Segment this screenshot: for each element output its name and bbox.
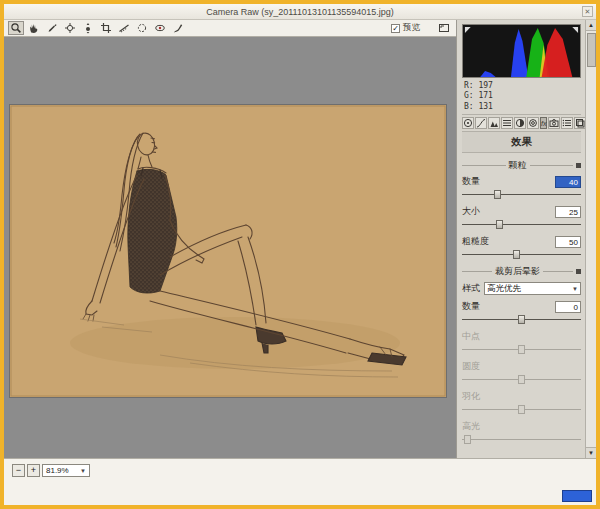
vignette-style-label: 样式 xyxy=(462,282,480,295)
zoom-icon xyxy=(10,22,22,34)
grain-roughness-value[interactable]: 50 xyxy=(555,236,581,248)
tab-hsl-grayscale[interactable] xyxy=(501,117,513,129)
vignette-style-value: 高光优先 xyxy=(487,283,521,295)
adjustments-panel: R: 197 G: 171 B: 131 fx 效果 xyxy=(456,20,596,458)
vignette-amount-value[interactable]: 0 xyxy=(555,301,581,313)
slider-handle[interactable] xyxy=(494,190,501,199)
scroll-down-icon[interactable]: ▼ xyxy=(586,447,597,458)
grain-section-header: 颗粒 xyxy=(462,159,581,172)
adjustment-brush-tool-button[interactable] xyxy=(170,21,186,35)
preview-label: 预览 xyxy=(403,22,420,34)
vignette-roundness-slider xyxy=(462,375,581,384)
slider-handle[interactable] xyxy=(496,220,503,229)
vignette-amount-slider[interactable] xyxy=(462,315,581,324)
red-eye-removal-tool-button[interactable] xyxy=(152,21,168,35)
color-sampler-tool-button[interactable] xyxy=(62,21,78,35)
brush-icon xyxy=(172,22,184,34)
vignette-highlights-label: 高光 xyxy=(462,420,480,433)
blue-button-fragment[interactable] xyxy=(562,490,592,502)
zoom-level-value: 81.9% xyxy=(46,466,69,475)
slider-handle xyxy=(464,435,471,444)
preview-image[interactable] xyxy=(10,105,446,397)
red-eye-icon xyxy=(154,22,166,34)
sketch-woman-drawing xyxy=(10,105,446,397)
grain-size-label: 大小 xyxy=(462,205,480,218)
fx-glyph: fx xyxy=(541,120,546,127)
preview-area xyxy=(4,37,456,458)
readout-red: R: 197 xyxy=(464,81,579,91)
slider-handle[interactable] xyxy=(513,250,520,259)
slider-handle xyxy=(518,405,525,414)
grain-amount-slider[interactable] xyxy=(462,190,581,199)
vignette-roundness-row: 圆度 xyxy=(462,360,581,384)
vignette-header-label: 裁剪后晕影 xyxy=(495,265,540,278)
grain-size-value[interactable]: 25 xyxy=(555,206,581,218)
hand-icon xyxy=(28,22,40,34)
window-title: Camera Raw (sy_20111013101135594015.jpg) xyxy=(206,7,394,17)
scroll-up-icon[interactable]: ▲ xyxy=(586,20,597,31)
fullscreen-icon xyxy=(438,22,450,34)
grain-amount-label: 数量 xyxy=(462,175,480,188)
close-button[interactable]: ✕ xyxy=(582,6,593,17)
section-toggle-icon[interactable] xyxy=(576,163,581,168)
vignette-section-header: 裁剪后晕影 xyxy=(462,265,581,278)
dropdown-arrow-icon: ▼ xyxy=(572,286,578,292)
crop-tool-button[interactable] xyxy=(98,21,114,35)
grain-roughness-slider[interactable] xyxy=(462,250,581,259)
tab-effects[interactable]: fx xyxy=(540,117,547,129)
grain-amount-row: 数量 40 xyxy=(462,175,581,199)
white-balance-tool-button[interactable] xyxy=(44,21,60,35)
preview-checkbox[interactable]: ✓ 预览 xyxy=(391,22,420,34)
tab-basic[interactable] xyxy=(462,117,474,129)
vignette-midpoint-label: 中点 xyxy=(462,330,480,343)
panel-scrollbar[interactable]: ▲ ▼ xyxy=(585,20,596,458)
zoom-level-select[interactable]: 81.9% ▼ xyxy=(42,464,90,477)
tab-lens-corrections[interactable] xyxy=(527,117,539,129)
panel-title: 效果 xyxy=(462,132,581,153)
bottom-bar: − + 81.9% ▼ xyxy=(4,458,596,505)
hand-tool-button[interactable] xyxy=(26,21,42,35)
titlebar: Camera Raw (sy_20111013101135594015.jpg)… xyxy=(4,4,596,20)
slider-handle[interactable] xyxy=(518,315,525,324)
rgb-readout: R: 197 G: 171 B: 131 xyxy=(462,78,581,114)
vignette-amount-row: 数量 0 xyxy=(462,300,581,324)
vignette-highlights-slider xyxy=(462,435,581,444)
color-sampler-icon xyxy=(64,22,76,34)
spot-removal-icon xyxy=(136,22,148,34)
grain-header-label: 颗粒 xyxy=(509,159,527,172)
vignette-amount-label: 数量 xyxy=(462,300,480,313)
straighten-tool-button[interactable] xyxy=(116,21,132,35)
vignette-feather-slider xyxy=(462,405,581,414)
targeted-adjustment-icon xyxy=(82,22,94,34)
zoom-tool-button[interactable] xyxy=(8,21,24,35)
tab-split-toning[interactable] xyxy=(514,117,526,129)
vignette-feather-label: 羽化 xyxy=(462,390,480,403)
fullscreen-toggle-button[interactable] xyxy=(436,21,452,35)
zoom-in-button[interactable]: + xyxy=(27,464,40,477)
grain-roughness-row: 粗糙度 50 xyxy=(462,235,581,259)
vignette-midpoint-slider xyxy=(462,345,581,354)
tab-presets[interactable] xyxy=(561,117,573,129)
zoom-out-button[interactable]: − xyxy=(12,464,25,477)
slider-handle xyxy=(518,345,525,354)
grain-size-slider[interactable] xyxy=(462,220,581,229)
readout-blue: B: 131 xyxy=(464,102,579,112)
scrollbar-thumb[interactable] xyxy=(587,33,596,67)
readout-green: G: 171 xyxy=(464,91,579,101)
straighten-icon xyxy=(118,22,130,34)
grain-size-row: 大小 25 xyxy=(462,205,581,229)
section-toggle-icon[interactable] xyxy=(576,269,581,274)
tab-camera-calibration[interactable] xyxy=(548,117,560,129)
dropdown-arrow-icon: ▼ xyxy=(80,468,86,474)
vignette-style-select[interactable]: 高光优先 ▼ xyxy=(484,282,581,295)
zoom-controls: − + 81.9% ▼ xyxy=(12,464,90,477)
targeted-adjustment-tool-button[interactable] xyxy=(80,21,96,35)
tab-tone-curve[interactable] xyxy=(475,117,487,129)
histogram[interactable] xyxy=(462,24,581,78)
grain-amount-value[interactable]: 40 xyxy=(555,176,581,188)
spot-removal-tool-button[interactable] xyxy=(134,21,150,35)
tab-detail[interactable] xyxy=(488,117,500,129)
tool-strip: ✓ 预览 xyxy=(4,20,456,37)
eyedropper-icon xyxy=(46,22,58,34)
vignette-style-row: 样式 高光优先 ▼ xyxy=(462,282,581,295)
